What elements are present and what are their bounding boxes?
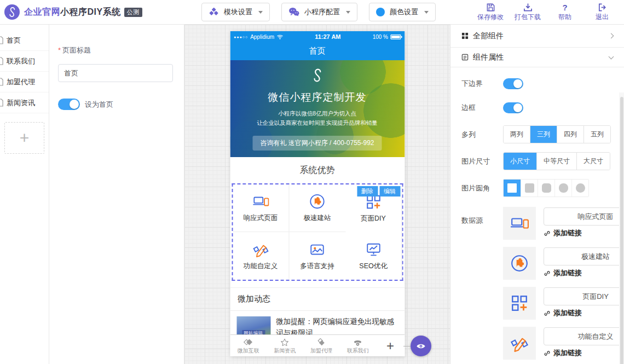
size-option-small[interactable]: 小尺寸: [504, 153, 536, 170]
tab-weijia[interactable]: 微加互联: [230, 337, 267, 355]
feature-label: SEO优化: [359, 262, 387, 271]
miniprogram-config-menu[interactable]: 小程序配置: [281, 3, 357, 21]
phone-navbar: 首页: [230, 42, 405, 60]
panel-header-label: 全部组件: [473, 31, 504, 41]
clock-label: 11:27 AM: [285, 33, 371, 40]
radius-option-small[interactable]: [521, 180, 538, 197]
exit-button[interactable]: 退出: [589, 3, 615, 22]
feature-item[interactable]: 响应式页面: [233, 184, 289, 232]
columns-option-3[interactable]: 三列: [530, 126, 557, 143]
action-label: 退出: [596, 13, 609, 22]
scrollbar-thumb[interactable]: [620, 97, 623, 364]
download-button[interactable]: 打包下载: [515, 3, 541, 22]
tab-label: 新闻资讯: [274, 347, 296, 355]
feature-item[interactable]: 多语言支持: [289, 232, 345, 280]
page-icon: [0, 36, 4, 44]
selection-actions: 删除 编辑: [357, 186, 400, 197]
datasource-title-input[interactable]: [544, 287, 624, 305]
datasource-title-input[interactable]: [544, 327, 624, 345]
datasource-thumb[interactable]: [503, 207, 536, 240]
add-link-label: 添加链接: [553, 228, 582, 238]
save-button[interactable]: 保存修改: [477, 3, 504, 22]
color-settings-menu[interactable]: 颜色设置: [369, 3, 436, 21]
sidebar-item-contact[interactable]: 联系我们: [0, 51, 49, 72]
battery-percent: 100 %: [373, 34, 388, 40]
feature-item[interactable]: SEO优化: [345, 232, 402, 280]
tab-label: 联系我们: [347, 347, 369, 355]
prop-label: 图片圆角: [461, 183, 503, 193]
columns-option-4[interactable]: 四列: [557, 126, 583, 143]
grid-icon: [461, 32, 469, 39]
feature-item[interactable]: 极速建站: [289, 184, 345, 232]
image-icon: [309, 241, 326, 258]
cubes-icon: [209, 7, 219, 17]
add-link-button[interactable]: 添加链接: [544, 308, 624, 318]
prop-label: 下边界: [461, 79, 503, 89]
set-home-row: 设为首页: [58, 99, 173, 110]
app-window: 企业官网 小程序DIY系统 公测 模块设置 小程序配置 颜色设置: [0, 0, 624, 364]
sidebar-item-home[interactable]: 首页: [0, 30, 49, 51]
size-option-large[interactable]: 大尺寸: [576, 153, 610, 170]
all-components-header[interactable]: 全部组件: [450, 25, 624, 48]
bottom-border-toggle[interactable]: [503, 78, 523, 89]
add-link-button[interactable]: 添加链接: [544, 268, 624, 278]
datasource-thumb[interactable]: [503, 247, 536, 280]
edit-button[interactable]: 编辑: [379, 186, 400, 197]
banner-cta-button[interactable]: 咨询有礼 送官网小程序 / 400-0755-992: [252, 136, 382, 151]
component-props-header[interactable]: 组件属性: [450, 48, 624, 67]
prop-label: 多列: [461, 130, 503, 140]
page-label: 联系我们: [7, 56, 35, 66]
tabbar-add-button[interactable]: +: [376, 338, 405, 354]
add-page-button[interactable]: +: [4, 122, 44, 154]
news-section: 微加动态 网站编辑 微加提醒：网页编辑应避免出现敏感词与极限词: [230, 287, 405, 339]
set-home-toggle[interactable]: [58, 99, 80, 110]
datasource-title-input[interactable]: [544, 247, 624, 265]
page-title-input[interactable]: [58, 64, 173, 82]
action-label: 保存修改: [477, 13, 504, 22]
tab-news[interactable]: 新闻资讯: [267, 337, 303, 355]
banner-carousel[interactable]: 微信小程序定制开发 小程序以微信8亿用户为切入点 让企业以及商家在短时间里实现提…: [230, 60, 405, 157]
radius-option-none[interactable]: [504, 180, 521, 197]
preview-button[interactable]: [411, 336, 431, 356]
chevron-down-icon: [346, 11, 350, 14]
border-toggle[interactable]: [503, 102, 523, 113]
plus-icon: +: [386, 338, 394, 353]
feature-item[interactable]: 功能自定义: [233, 232, 289, 280]
tab-agency[interactable]: 加盟代理: [303, 337, 340, 355]
columns-row: 多列 两列 三列 四列 五列: [450, 125, 624, 143]
puzzle-icon: [510, 254, 529, 273]
component-panel: 全部组件 组件属性 下边界 边框 多列 两列 三列: [450, 25, 624, 364]
datasource-thumb[interactable]: [503, 327, 536, 360]
add-link-button[interactable]: 添加链接: [544, 228, 624, 238]
feature-label: 响应式页面: [244, 213, 278, 223]
size-option-medium[interactable]: 中等尺寸: [536, 153, 576, 170]
radius-option-circle[interactable]: [571, 180, 588, 197]
sidebar-item-agency[interactable]: 加盟代理: [0, 72, 49, 93]
feature-grid-component[interactable]: 删除 编辑 响应式页面 极速建站 页面DIY: [232, 183, 403, 281]
add-link-button[interactable]: 添加链接: [544, 348, 624, 358]
menu-label: 模块设置: [224, 7, 252, 17]
action-label: 打包下载: [515, 13, 541, 22]
delete-button[interactable]: 删除: [357, 186, 378, 197]
columns-option-2[interactable]: 两列: [504, 126, 530, 143]
chevron-down-icon: [609, 54, 614, 59]
help-button[interactable]: ? 帮助: [552, 3, 578, 22]
monitor-chart-icon: [365, 241, 382, 258]
columns-option-5[interactable]: 五列: [583, 126, 610, 143]
phone-preview: ●●●○○ Applidium 11:27 AM 100 % 首页 微信小程序定…: [230, 31, 405, 356]
datasource-title-input[interactable]: [544, 207, 624, 226]
datasource-thumb[interactable]: [503, 287, 536, 320]
app-logo-icon: [4, 4, 20, 20]
download-icon: [523, 3, 533, 12]
radius-option-medium[interactable]: [538, 180, 554, 197]
sidebar-item-news[interactable]: 新闻资讯: [0, 93, 49, 113]
set-home-label: 设为首页: [85, 100, 113, 109]
tab-contact[interactable]: 联系我们: [339, 337, 376, 355]
main-body: 首页 联系我们 加盟代理 新闻资讯 + *页面标题: [0, 25, 624, 364]
eye-icon: [416, 343, 426, 350]
module-settings-menu[interactable]: 模块设置: [201, 3, 270, 21]
datasource-row: 添加链接: [503, 207, 624, 240]
datasource-row: 添加链接: [503, 287, 624, 320]
chevron-down-icon: [424, 11, 429, 14]
radius-option-large[interactable]: [554, 180, 571, 197]
